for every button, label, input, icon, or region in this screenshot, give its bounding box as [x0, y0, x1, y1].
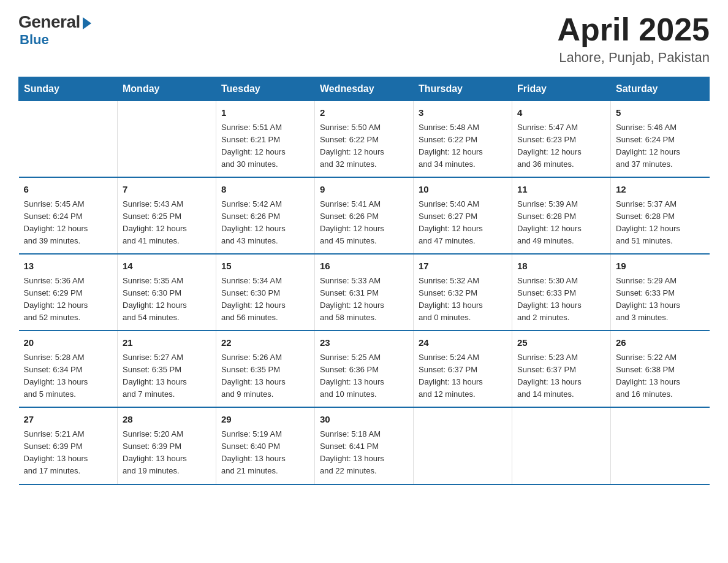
calendar-cell: 20Sunrise: 5:28 AM Sunset: 6:34 PM Dayli… [19, 331, 118, 407]
day-info: Sunrise: 5:27 AM Sunset: 6:35 PM Dayligh… [123, 351, 211, 401]
day-number: 1 [221, 106, 309, 120]
calendar-cell: 18Sunrise: 5:30 AM Sunset: 6:33 PM Dayli… [512, 254, 611, 331]
day-info: Sunrise: 5:19 AM Sunset: 6:40 PM Dayligh… [221, 428, 309, 478]
calendar-cell: 22Sunrise: 5:26 AM Sunset: 6:35 PM Dayli… [216, 331, 315, 407]
calendar-cell: 27Sunrise: 5:21 AM Sunset: 6:39 PM Dayli… [19, 407, 118, 484]
day-info: Sunrise: 5:42 AM Sunset: 6:26 PM Dayligh… [221, 198, 309, 248]
calendar-table: SundayMondayTuesdayWednesdayThursdayFrid… [18, 77, 710, 484]
day-info: Sunrise: 5:24 AM Sunset: 6:37 PM Dayligh… [419, 351, 507, 401]
calendar-cell [19, 101, 118, 178]
calendar-week-row: 27Sunrise: 5:21 AM Sunset: 6:39 PM Dayli… [19, 407, 710, 484]
calendar-header-sunday: Sunday [19, 77, 118, 101]
day-info: Sunrise: 5:26 AM Sunset: 6:35 PM Dayligh… [221, 351, 309, 401]
title-block: April 2025 Lahore, Punjab, Pakistan [557, 12, 710, 66]
page-header: General Blue April 2025 Lahore, Punjab, … [18, 12, 710, 66]
day-number: 26 [616, 336, 705, 350]
day-number: 5 [616, 106, 705, 120]
calendar-header-monday: Monday [118, 77, 216, 101]
day-info: Sunrise: 5:21 AM Sunset: 6:39 PM Dayligh… [24, 428, 113, 478]
calendar-cell [414, 407, 512, 484]
day-info: Sunrise: 5:36 AM Sunset: 6:29 PM Dayligh… [24, 275, 113, 324]
day-info: Sunrise: 5:41 AM Sunset: 6:26 PM Dayligh… [320, 198, 408, 248]
day-number: 20 [24, 336, 113, 350]
calendar-cell: 1Sunrise: 5:51 AM Sunset: 6:21 PM Daylig… [216, 101, 315, 178]
day-info: Sunrise: 5:47 AM Sunset: 6:23 PM Dayligh… [517, 121, 605, 171]
logo-arrow-icon [83, 17, 91, 29]
day-number: 22 [221, 336, 309, 350]
day-number: 11 [517, 183, 605, 197]
calendar-cell: 29Sunrise: 5:19 AM Sunset: 6:40 PM Dayli… [216, 407, 315, 484]
day-info: Sunrise: 5:18 AM Sunset: 6:41 PM Dayligh… [320, 428, 408, 478]
day-number: 14 [123, 259, 211, 274]
day-number: 15 [221, 259, 309, 274]
day-number: 10 [419, 183, 507, 197]
calendar-cell: 16Sunrise: 5:33 AM Sunset: 6:31 PM Dayli… [315, 254, 414, 331]
day-number: 28 [123, 413, 211, 427]
calendar-cell [118, 101, 216, 178]
day-number: 16 [320, 259, 408, 274]
calendar-header-saturday: Saturday [611, 77, 710, 101]
day-info: Sunrise: 5:39 AM Sunset: 6:28 PM Dayligh… [517, 198, 605, 248]
day-info: Sunrise: 5:45 AM Sunset: 6:24 PM Dayligh… [24, 198, 113, 248]
day-number: 4 [517, 106, 605, 120]
day-number: 29 [221, 413, 309, 427]
day-info: Sunrise: 5:40 AM Sunset: 6:27 PM Dayligh… [419, 198, 507, 248]
calendar-cell: 9Sunrise: 5:41 AM Sunset: 6:26 PM Daylig… [315, 177, 414, 254]
calendar-header-thursday: Thursday [414, 77, 512, 101]
calendar-cell: 4Sunrise: 5:47 AM Sunset: 6:23 PM Daylig… [512, 101, 611, 178]
calendar-cell: 12Sunrise: 5:37 AM Sunset: 6:28 PM Dayli… [611, 177, 710, 254]
day-info: Sunrise: 5:28 AM Sunset: 6:34 PM Dayligh… [24, 351, 113, 401]
day-number: 7 [123, 183, 211, 197]
calendar-header-wednesday: Wednesday [315, 77, 414, 101]
day-number: 8 [221, 183, 309, 197]
calendar-cell [512, 407, 611, 484]
logo-general-text: General [18, 12, 80, 32]
calendar-cell: 13Sunrise: 5:36 AM Sunset: 6:29 PM Dayli… [19, 254, 118, 331]
day-number: 30 [320, 413, 408, 427]
day-info: Sunrise: 5:29 AM Sunset: 6:33 PM Dayligh… [616, 275, 705, 324]
day-info: Sunrise: 5:25 AM Sunset: 6:36 PM Dayligh… [320, 351, 408, 401]
logo-blue-text: Blue [20, 32, 49, 48]
day-info: Sunrise: 5:43 AM Sunset: 6:25 PM Dayligh… [123, 198, 211, 248]
calendar-cell: 5Sunrise: 5:46 AM Sunset: 6:24 PM Daylig… [611, 101, 710, 178]
calendar-cell: 3Sunrise: 5:48 AM Sunset: 6:22 PM Daylig… [414, 101, 512, 178]
calendar-cell: 6Sunrise: 5:45 AM Sunset: 6:24 PM Daylig… [19, 177, 118, 254]
day-number: 27 [24, 413, 113, 427]
calendar-cell: 10Sunrise: 5:40 AM Sunset: 6:27 PM Dayli… [414, 177, 512, 254]
calendar-week-row: 1Sunrise: 5:51 AM Sunset: 6:21 PM Daylig… [19, 101, 710, 178]
day-info: Sunrise: 5:46 AM Sunset: 6:24 PM Dayligh… [616, 121, 705, 171]
calendar-cell: 17Sunrise: 5:32 AM Sunset: 6:32 PM Dayli… [414, 254, 512, 331]
day-number: 19 [616, 259, 705, 274]
day-number: 12 [616, 183, 705, 197]
calendar-cell: 19Sunrise: 5:29 AM Sunset: 6:33 PM Dayli… [611, 254, 710, 331]
day-number: 17 [419, 259, 507, 274]
day-number: 13 [24, 259, 113, 274]
day-info: Sunrise: 5:33 AM Sunset: 6:31 PM Dayligh… [320, 275, 408, 324]
calendar-cell: 25Sunrise: 5:23 AM Sunset: 6:37 PM Dayli… [512, 331, 611, 407]
calendar-cell: 8Sunrise: 5:42 AM Sunset: 6:26 PM Daylig… [216, 177, 315, 254]
day-number: 23 [320, 336, 408, 350]
calendar-cell: 2Sunrise: 5:50 AM Sunset: 6:22 PM Daylig… [315, 101, 414, 178]
calendar-cell: 21Sunrise: 5:27 AM Sunset: 6:35 PM Dayli… [118, 331, 216, 407]
calendar-cell: 24Sunrise: 5:24 AM Sunset: 6:37 PM Dayli… [414, 331, 512, 407]
calendar-cell: 30Sunrise: 5:18 AM Sunset: 6:41 PM Dayli… [315, 407, 414, 484]
calendar-cell: 26Sunrise: 5:22 AM Sunset: 6:38 PM Dayli… [611, 331, 710, 407]
calendar-cell: 15Sunrise: 5:34 AM Sunset: 6:30 PM Dayli… [216, 254, 315, 331]
day-info: Sunrise: 5:22 AM Sunset: 6:38 PM Dayligh… [616, 351, 705, 401]
day-number: 6 [24, 183, 113, 197]
day-info: Sunrise: 5:50 AM Sunset: 6:22 PM Dayligh… [320, 121, 408, 171]
location-subtitle: Lahore, Punjab, Pakistan [557, 50, 710, 66]
calendar-week-row: 6Sunrise: 5:45 AM Sunset: 6:24 PM Daylig… [19, 177, 710, 254]
day-number: 18 [517, 259, 605, 274]
month-year-title: April 2025 [557, 12, 710, 47]
calendar-week-row: 13Sunrise: 5:36 AM Sunset: 6:29 PM Dayli… [19, 254, 710, 331]
calendar-cell: 11Sunrise: 5:39 AM Sunset: 6:28 PM Dayli… [512, 177, 611, 254]
calendar-cell: 23Sunrise: 5:25 AM Sunset: 6:36 PM Dayli… [315, 331, 414, 407]
calendar-cell [611, 407, 710, 484]
day-info: Sunrise: 5:51 AM Sunset: 6:21 PM Dayligh… [221, 121, 309, 171]
logo: General Blue [18, 12, 91, 48]
calendar-cell: 14Sunrise: 5:35 AM Sunset: 6:30 PM Dayli… [118, 254, 216, 331]
calendar-header-friday: Friday [512, 77, 611, 101]
calendar-cell: 7Sunrise: 5:43 AM Sunset: 6:25 PM Daylig… [118, 177, 216, 254]
day-info: Sunrise: 5:37 AM Sunset: 6:28 PM Dayligh… [616, 198, 705, 248]
